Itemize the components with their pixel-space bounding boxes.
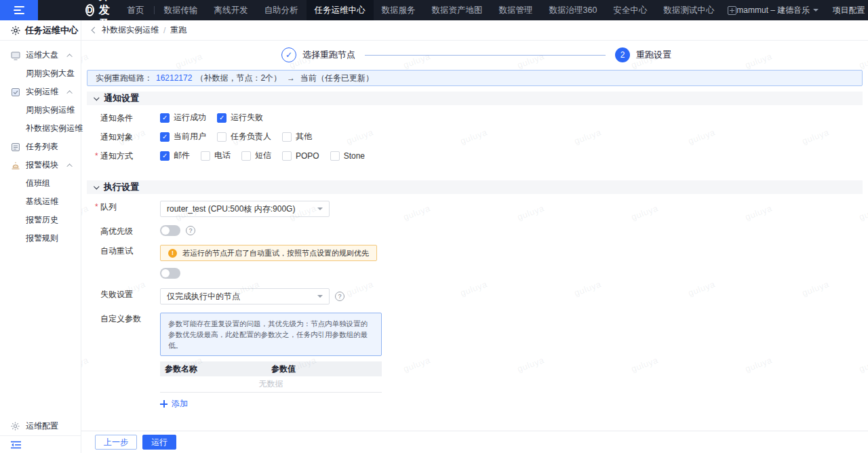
column-param-name: 参数名称 — [160, 363, 271, 375]
warning-text: 若运行的节点开启了自动重试，按照节点设置的规则优先 — [182, 248, 369, 258]
sidebar-item-label: 实例运维 — [26, 86, 58, 98]
sidebar-item-alarm-module[interactable]: 报警模块 — [0, 156, 81, 174]
instance-rerun-link-bar: 实例重跑链路： 16212172 （补数据，节点：2个） → 当前（任务已更新） — [87, 70, 863, 86]
checkbox-label: POPO — [296, 151, 319, 161]
checkbox-run-failure[interactable]: 运行失败 — [217, 112, 263, 123]
fail-setting-select[interactable]: 仅完成执行中的节点 — [160, 288, 330, 304]
linkbar-detail: （补数据，节点：2个） — [195, 73, 281, 84]
step2-label: 重跑设置 — [636, 49, 671, 61]
arrow-right-icon: → — [287, 73, 295, 83]
nav-offline-dev[interactable]: 离线开发 — [206, 0, 256, 20]
checkbox-label: 短信 — [255, 150, 271, 161]
section-title: 通知设置 — [104, 92, 139, 104]
gear-icon — [11, 422, 20, 431]
dashboard-icon — [11, 51, 20, 60]
plus-icon — [160, 400, 167, 408]
checkbox-unchecked-icon — [241, 151, 251, 161]
help-icon[interactable] — [186, 226, 195, 235]
checkbox-phone[interactable]: 电话 — [201, 150, 231, 161]
sidebar-item-baseline-ops[interactable]: 基线运维 — [0, 193, 81, 211]
auto-retry-row: 自动重试 若运行的节点开启了自动重试，按照节点设置的规则优先 — [87, 245, 863, 279]
checkbox-email[interactable]: 邮件 — [160, 150, 190, 161]
high-priority-toggle[interactable] — [160, 225, 180, 236]
help-icon[interactable] — [335, 292, 344, 301]
sidebar-item-ops-config[interactable]: 运维配置 — [0, 417, 81, 435]
checkbox-other[interactable]: 其他 — [282, 131, 312, 142]
section-exec-settings[interactable]: 执行设置 — [87, 180, 863, 194]
linkbar-target: 当前（任务已更新） — [300, 73, 374, 84]
step-rerun-settings: 2 重跑设置 — [615, 47, 671, 62]
breadcrumb-parent[interactable]: 补数据实例运维 — [102, 24, 159, 36]
required-star: * — [95, 151, 98, 161]
sidebar: 任务运维中心 运维大盘 周期实例大盘 实例运维 周期实例运维 补数据实例运维 — [0, 20, 81, 453]
sidebar-collapse-button[interactable] — [0, 435, 81, 453]
section-notify-settings[interactable]: 通知设置 — [87, 92, 863, 105]
sidebar-item-label: 运维大盘 — [26, 50, 58, 61]
nav-home[interactable]: 首页 — [119, 0, 153, 20]
auto-retry-toggle[interactable] — [160, 268, 180, 279]
checkbox-run-success[interactable]: 运行成功 — [160, 112, 206, 123]
top-bar: D 数据开发及管理 首页 数据传输 离线开发 自助分析 任务运维中心 数据服务 … — [0, 0, 868, 20]
hamburger-menu-icon[interactable] — [0, 0, 38, 20]
logo-icon: D — [85, 4, 94, 16]
sidebar-child-label: 补数据实例运维 — [26, 123, 83, 134]
sidebar-item-task-list[interactable]: 任务列表 — [0, 138, 81, 156]
sidebar-child-label: 值班组 — [26, 178, 50, 189]
checkbox-sms[interactable]: 短信 — [241, 150, 271, 161]
prev-step-button[interactable]: 上一步 — [95, 435, 137, 450]
back-icon[interactable] — [92, 27, 98, 34]
nav-data-service[interactable]: 数据服务 — [374, 0, 424, 20]
custom-params-label: 自定义参数 — [87, 313, 160, 324]
checkbox-stone[interactable]: Stone — [330, 151, 365, 161]
checkbox-label: 当前用户 — [174, 131, 206, 142]
run-button[interactable]: 运行 — [142, 435, 176, 450]
nav-data-asset-map[interactable]: 数据资产地图 — [424, 0, 491, 20]
sidebar-child-label: 基线运维 — [26, 196, 58, 208]
sidebar-item-backfill-instance-ops[interactable]: 补数据实例运维 — [0, 119, 81, 138]
checkbox-label: 任务负责人 — [231, 131, 271, 142]
project-selector-label: mammut – 建德音乐 — [736, 5, 810, 16]
instance-check-icon — [11, 87, 20, 97]
section-title: 执行设置 — [104, 181, 139, 193]
checkbox-label: 电话 — [214, 150, 231, 161]
nav-data-test-center[interactable]: 数据测试中心 — [655, 0, 722, 20]
queue-select[interactable]: router_test (CPU:500核 内存:900G) — [160, 201, 330, 217]
checkbox-label: 邮件 — [174, 150, 190, 161]
sidebar-item-cycle-instance-ops[interactable]: 周期实例运维 — [0, 101, 81, 119]
instance-id-link[interactable]: 16212172 — [156, 73, 192, 83]
sidebar-title: 任务运维中心 — [0, 20, 81, 41]
project-config-menu[interactable]: 项目配置 — [832, 5, 868, 16]
notify-method-row: *通知方式 邮件 电话 短信 — [87, 150, 863, 161]
chevron-down-icon — [94, 184, 99, 189]
add-app-icon[interactable] — [728, 6, 736, 15]
checkbox-unchecked-icon — [330, 151, 340, 161]
nav-self-analysis[interactable]: 自助分析 — [256, 0, 307, 20]
footer-actions: 上一步 运行 — [81, 431, 868, 453]
rerun-settings-page: guluyaguluyaguluyaguluyaguluyaguluyagulu… — [81, 41, 868, 431]
nav-data-governance-360[interactable]: 数据治理360 — [541, 0, 606, 20]
nav-security-center[interactable]: 安全中心 — [605, 0, 655, 20]
notify-method-label: *通知方式 — [87, 150, 160, 161]
sidebar-item-cycle-instance-dashboard[interactable]: 周期实例大盘 — [0, 64, 81, 83]
checkbox-current-user[interactable]: 当前用户 — [160, 131, 206, 142]
project-selector[interactable]: mammut – 建德音乐 — [736, 5, 818, 16]
checkbox-checked-icon — [217, 113, 226, 123]
checkbox-task-owner[interactable]: 任务负责人 — [217, 131, 271, 142]
chevron-down-icon — [813, 9, 818, 12]
sidebar-item-instance-ops[interactable]: 实例运维 — [0, 83, 81, 101]
sidebar-item-alarm-history[interactable]: 报警历史 — [0, 211, 81, 229]
warning-icon — [168, 249, 177, 258]
checkbox-popo[interactable]: POPO — [282, 151, 319, 161]
sidebar-item-duty-group[interactable]: 值班组 — [0, 174, 81, 193]
column-param-value: 参数值 — [271, 363, 382, 375]
sidebar-child-label: 周期实例大盘 — [26, 68, 75, 79]
nav-task-ops-center[interactable]: 任务运维中心 — [307, 0, 374, 20]
sidebar-item-alarm-rules[interactable]: 报警规则 — [0, 229, 81, 248]
nav-divider — [154, 6, 155, 14]
nav-data-transfer[interactable]: 数据传输 — [156, 0, 206, 20]
checkbox-checked-icon — [160, 132, 170, 142]
nav-data-management[interactable]: 数据管理 — [491, 0, 541, 20]
notify-condition-row: 通知条件 运行成功 运行失败 — [87, 112, 863, 123]
add-param-button[interactable]: 添加 — [160, 398, 188, 410]
sidebar-item-ops-dashboard[interactable]: 运维大盘 — [0, 46, 81, 64]
